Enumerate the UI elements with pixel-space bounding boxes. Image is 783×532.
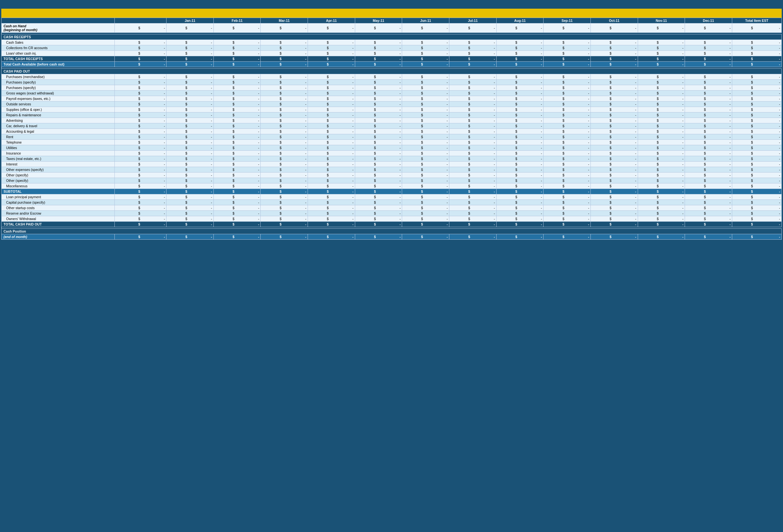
value-cell[interactable]: - (518, 123, 543, 129)
value-cell[interactable]: - (706, 123, 732, 129)
value-cell[interactable]: - (471, 96, 497, 101)
value-cell[interactable]: - (753, 62, 781, 67)
value-cell[interactable]: - (659, 40, 685, 45)
value-cell[interactable]: - (423, 156, 449, 162)
value-cell[interactable]: - (234, 194, 261, 200)
value-cell[interactable]: - (565, 45, 591, 51)
value-cell[interactable]: - (282, 156, 308, 162)
value-cell[interactable]: - (659, 107, 685, 112)
value-cell[interactable]: - (565, 151, 591, 156)
value-cell[interactable]: - (329, 156, 355, 162)
value-cell[interactable]: - (188, 24, 214, 33)
value-cell[interactable]: - (518, 178, 543, 184)
value-cell[interactable]: - (518, 194, 543, 200)
value-cell[interactable]: - (188, 156, 214, 162)
value-cell[interactable]: - (706, 145, 732, 151)
value-cell[interactable]: - (612, 184, 638, 189)
value-cell[interactable]: - (282, 123, 308, 129)
value-cell[interactable]: - (518, 222, 543, 227)
value-cell[interactable]: - (423, 162, 449, 167)
value-cell[interactable]: - (282, 129, 308, 134)
value-cell[interactable]: - (188, 140, 214, 145)
value-cell[interactable]: - (612, 200, 638, 205)
value-cell[interactable]: - (282, 151, 308, 156)
value-cell[interactable]: - (518, 156, 543, 162)
value-cell[interactable]: - (140, 234, 166, 240)
value-cell[interactable]: - (753, 118, 781, 123)
value-cell[interactable]: - (753, 162, 781, 167)
value-cell[interactable]: - (140, 222, 166, 227)
value-cell[interactable]: - (188, 129, 214, 134)
value-cell[interactable]: - (234, 123, 261, 129)
value-cell[interactable]: - (659, 56, 685, 62)
value-cell[interactable]: - (659, 96, 685, 101)
value-cell[interactable]: - (706, 200, 732, 205)
value-cell[interactable]: - (140, 91, 166, 96)
value-cell[interactable]: - (282, 140, 308, 145)
value-cell[interactable]: - (376, 151, 402, 156)
value-cell[interactable]: - (659, 112, 685, 118)
value-cell[interactable]: - (518, 162, 543, 167)
value-cell[interactable]: - (376, 140, 402, 145)
value-cell[interactable]: - (234, 222, 261, 227)
value-cell[interactable]: - (612, 74, 638, 80)
value-cell[interactable]: - (612, 189, 638, 194)
value-cell[interactable]: - (518, 205, 543, 211)
value-cell[interactable]: - (234, 134, 261, 140)
value-cell[interactable]: - (659, 151, 685, 156)
value-cell[interactable]: - (706, 205, 732, 211)
value-cell[interactable]: - (753, 205, 781, 211)
value-cell[interactable]: - (565, 123, 591, 129)
value-cell[interactable]: - (565, 129, 591, 134)
value-cell[interactable]: - (423, 200, 449, 205)
value-cell[interactable]: - (518, 200, 543, 205)
value-cell[interactable]: - (282, 51, 308, 56)
value-cell[interactable]: - (706, 222, 732, 227)
value-cell[interactable]: - (329, 222, 355, 227)
value-cell[interactable]: - (565, 85, 591, 91)
value-cell[interactable]: - (234, 167, 261, 172)
value-cell[interactable]: - (234, 107, 261, 112)
value-cell[interactable]: - (423, 85, 449, 91)
value-cell[interactable]: - (376, 129, 402, 134)
value-cell[interactable]: - (423, 96, 449, 101)
value-cell[interactable]: - (471, 222, 497, 227)
value-cell[interactable]: - (329, 129, 355, 134)
value-cell[interactable]: - (234, 118, 261, 123)
value-cell[interactable]: - (282, 189, 308, 194)
value-cell[interactable]: - (706, 216, 732, 222)
value-cell[interactable]: - (234, 216, 261, 222)
value-cell[interactable]: - (612, 45, 638, 51)
value-cell[interactable]: - (753, 134, 781, 140)
value-cell[interactable]: - (753, 107, 781, 112)
value-cell[interactable]: - (753, 96, 781, 101)
value-cell[interactable]: - (612, 194, 638, 200)
value-cell[interactable]: - (659, 45, 685, 51)
value-cell[interactable]: - (753, 85, 781, 91)
value-cell[interactable]: - (423, 112, 449, 118)
value-cell[interactable]: - (282, 216, 308, 222)
value-cell[interactable]: - (376, 112, 402, 118)
value-cell[interactable]: - (565, 167, 591, 172)
value-cell[interactable]: - (329, 80, 355, 85)
value-cell[interactable]: - (188, 85, 214, 91)
value-cell[interactable]: - (565, 112, 591, 118)
value-cell[interactable]: - (659, 167, 685, 172)
value-cell[interactable]: - (376, 80, 402, 85)
value-cell[interactable]: - (565, 162, 591, 167)
value-cell[interactable]: - (471, 45, 497, 51)
value-cell[interactable]: - (329, 172, 355, 178)
value-cell[interactable]: - (659, 118, 685, 123)
value-cell[interactable]: - (140, 151, 166, 156)
value-cell[interactable]: - (706, 151, 732, 156)
value-cell[interactable]: - (376, 74, 402, 80)
value-cell[interactable]: - (659, 101, 685, 107)
value-cell[interactable]: - (565, 134, 591, 140)
value-cell[interactable]: - (518, 234, 543, 240)
value-cell[interactable]: - (376, 45, 402, 51)
value-cell[interactable]: - (612, 211, 638, 216)
value-cell[interactable]: - (518, 118, 543, 123)
value-cell[interactable]: - (706, 189, 732, 194)
value-cell[interactable]: - (659, 216, 685, 222)
value-cell[interactable]: - (234, 112, 261, 118)
